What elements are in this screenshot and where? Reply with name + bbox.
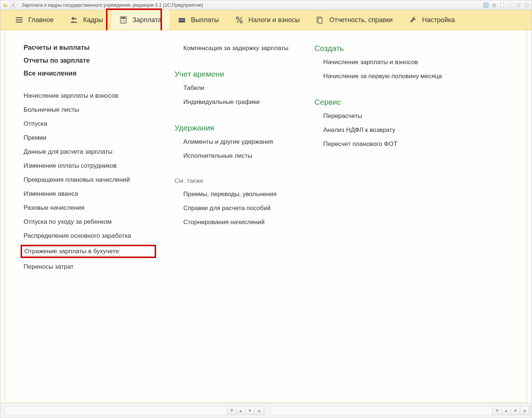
wrench-icon (409, 16, 417, 24)
nav-main[interactable]: Главное (7, 10, 62, 30)
section-title[interactable]: Сервис (314, 97, 454, 107)
tutorial-highlight-link: Отражение зарплаты в бухучете (21, 245, 156, 258)
bold-link[interactable]: Все начисления (24, 69, 156, 78)
nav-nastroyka[interactable]: Настройка (401, 10, 463, 30)
menu-link[interactable]: Отпуска (24, 119, 156, 129)
scroll-end-icon[interactable] (520, 406, 529, 415)
menu-column-3: Создать Начисление зарплаты и взносов На… (314, 43, 454, 272)
svg-point-6 (71, 17, 74, 20)
people-icon (70, 16, 78, 24)
nav-otchetnost[interactable]: Отчетность, справки (308, 10, 401, 30)
menu-link[interactable]: Исполнительные листы (175, 151, 296, 161)
nav-label: Налоги и взносы (249, 16, 300, 24)
nav-vyplaty[interactable]: Выплаты (170, 10, 227, 30)
menu-link-selected[interactable]: Отражение зарплаты в бухучете (24, 247, 120, 256)
menu-link[interactable]: Прекращения плановых начислений (24, 175, 156, 185)
svg-rect-21 (318, 18, 322, 23)
svg-rect-24 (496, 409, 498, 410)
scroll-down-icon[interactable]: ▼ (511, 406, 520, 415)
menu-icon (15, 16, 23, 24)
titlebar: 1c Зарплата и кадры государственного учр… (0, 0, 532, 10)
menu-link[interactable]: Алименты и другие удержания (175, 137, 296, 147)
svg-rect-25 (523, 411, 526, 412)
svg-point-12 (124, 20, 125, 21)
titlebar-actions: | (483, 2, 529, 8)
section-title[interactable]: Удержания (175, 123, 296, 133)
svg-point-15 (124, 21, 125, 22)
menu-link[interactable]: Данные для расчета зарплаты (24, 147, 156, 157)
menu-link[interactable]: Сторнирования начислений (175, 217, 296, 227)
app-logo-icon: 1c (3, 2, 8, 8)
scroll-down-icon[interactable]: ▼ (245, 406, 255, 415)
main-toolbar: Главное Кадры Зарплата Выплаты Налоги и … (0, 10, 532, 30)
nav-label: Кадры (83, 16, 103, 24)
menu-link[interactable]: Премии (24, 133, 156, 143)
menu-link[interactable]: Компенсация за задержку зарплаты (175, 43, 296, 53)
scroll-home-icon[interactable] (227, 406, 236, 415)
nav-label: Выплаты (191, 16, 219, 24)
content-area: Расчеты и выплаты Отчеты по зарплате Все… (5, 30, 527, 403)
menu-link[interactable]: Переносы затрат (24, 262, 156, 272)
menu-link[interactable]: Начисление за первую половину месяца (314, 71, 454, 81)
svg-point-11 (123, 20, 124, 21)
wallet-icon (178, 16, 186, 24)
bottom-panel-right: ▲ ▼ (266, 404, 532, 417)
scroll-home-icon[interactable] (492, 406, 502, 415)
percent-icon (235, 16, 243, 24)
scroll-up-icon[interactable]: ▲ (501, 406, 511, 415)
svg-point-19 (240, 21, 242, 23)
menu-link[interactable]: Перерасчеты (314, 111, 454, 121)
nav-nalogi[interactable]: Налоги и взносы (227, 10, 308, 30)
divider-icon: | (507, 2, 513, 8)
bold-link[interactable]: Расчеты и выплаты (24, 43, 156, 52)
svg-rect-3 (493, 6, 495, 7)
calculator-icon (119, 16, 127, 24)
menu-column-2: Компенсация за задержку зарплаты Учет вр… (175, 43, 296, 272)
menu-link[interactable]: Табели (175, 83, 296, 93)
menu-link[interactable]: Пересчет планового ФОТ (314, 139, 454, 149)
section-title[interactable]: Учет времени (175, 69, 296, 79)
menu-link[interactable]: Приемы, переводы, увольнения (175, 189, 296, 199)
files-icon (316, 16, 324, 24)
scroll-up-icon[interactable]: ▲ (236, 406, 246, 415)
svg-rect-23 (258, 411, 261, 412)
svg-point-13 (121, 21, 122, 22)
nav-label: Зарплата (133, 16, 162, 24)
scroll-end-icon[interactable] (254, 406, 264, 415)
nav-label: Главное (28, 16, 54, 24)
section-title[interactable]: Создать (314, 43, 454, 53)
document-icon[interactable] (499, 2, 505, 8)
section-title-gray: См. также (175, 177, 296, 185)
menu-link[interactable]: Индивидуальные графики (175, 97, 296, 107)
svg-rect-17 (179, 20, 185, 21)
svg-point-7 (74, 18, 76, 20)
menu-column-1: Расчеты и выплаты Отчеты по зарплате Все… (24, 43, 156, 272)
menu-link[interactable]: Анализ НДФЛ к возврату (314, 125, 454, 135)
menu-link[interactable]: Распределения основного заработка (24, 231, 156, 241)
bottom-panel-left: ▲ ▼ (0, 404, 266, 417)
history-icon[interactable] (524, 2, 529, 8)
menu-link[interactable]: Разовые начисления (24, 203, 156, 213)
star-icon[interactable] (515, 2, 521, 8)
menu-link[interactable]: Начисление зарплаты и взносов (24, 91, 156, 101)
window-title: Зарплата и кадры государственного учрежд… (22, 2, 203, 8)
nav-label: Настройка (422, 16, 455, 24)
menu-link[interactable]: Изменение оплаты сотрудников (24, 161, 156, 171)
print-icon[interactable] (491, 2, 497, 8)
app-window: 1c Зарплата и кадры государственного учр… (0, 0, 532, 418)
menu-link[interactable]: Отпуска по уходу за ребенком (24, 217, 156, 227)
svg-point-14 (123, 21, 124, 22)
menu-link[interactable]: Справки для расчета пособий (175, 203, 296, 213)
menu-link[interactable]: Начисление зарплаты и взносов (314, 57, 454, 67)
svg-rect-4 (501, 3, 504, 7)
save-icon[interactable] (483, 2, 489, 8)
nav-zarplata[interactable]: Зарплата (111, 10, 170, 30)
menu-link[interactable]: Изменение аванса (24, 189, 156, 199)
svg-point-18 (236, 17, 239, 19)
svg-rect-22 (230, 409, 233, 410)
menu-link[interactable]: Больничные листы (24, 105, 156, 115)
nav-kadry[interactable]: Кадры (62, 10, 111, 30)
bold-link[interactable]: Отчеты по зарплате (24, 56, 156, 65)
svg-rect-0 (484, 3, 488, 7)
back-icon[interactable] (11, 2, 17, 8)
